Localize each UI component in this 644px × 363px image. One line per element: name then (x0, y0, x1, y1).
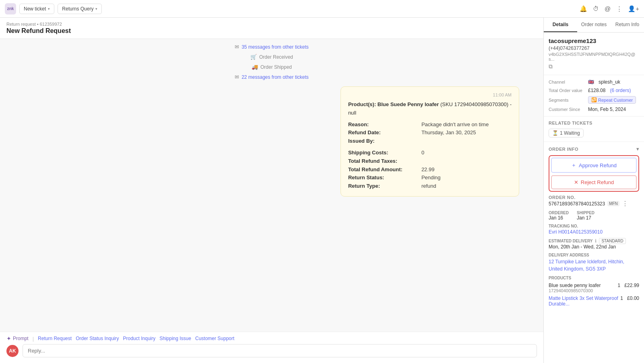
order-info-title: ORDER INFO (549, 147, 578, 152)
reply-area: AK (6, 344, 537, 361)
est-delivery-row: ESTIMATED DELIVERY ℹ STANDARD (549, 238, 639, 244)
add-user-icon[interactable]: 👤+ (628, 5, 639, 12)
field-shipping-costs: Shipping Costs: 0 (348, 149, 512, 157)
message-content: Product(s): Blue Suede Penny loafer (SKU… (348, 100, 512, 191)
mail-icon: ✉ (235, 44, 239, 50)
new-ticket-tab[interactable]: New ticket ▾ (19, 4, 54, 14)
product-2-title[interactable]: Matte Lipstick 3x Set Waterproof Durable… (549, 295, 620, 307)
products-section: PRODUCTS Blue suede penny loafer 1729404… (549, 276, 639, 307)
prompt-tag-shipping-issue[interactable]: Shipping Issue (159, 336, 191, 341)
product-1-sku: 172940400985070300 (549, 288, 618, 293)
total-order-label: Total Order value (549, 88, 585, 93)
segment-badge: 🔁 Repeat Customer (588, 96, 636, 104)
returns-query-label: Returns Query (62, 6, 93, 12)
reason-value: Package didn't arrive on time (421, 121, 512, 129)
clock-icon[interactable]: ⏱ (593, 5, 599, 12)
ordered-label: ORDERED (549, 211, 569, 215)
prompt-tag-customer-support[interactable]: Customer Support (195, 336, 234, 341)
order-mfn-badge: MFN (607, 201, 619, 206)
timeline-link-2[interactable]: 22 messages from other tickets (242, 74, 309, 80)
prompt-tag-return-request[interactable]: Return Request (38, 336, 72, 341)
product-name: Blue Suede Penny loafer (378, 101, 439, 107)
chevron-down-icon: ▾ (48, 7, 50, 11)
prompt-tag-order-status[interactable]: Order Status Inquiry (76, 336, 119, 341)
info-row-segments: Segments 🔁 Repeat Customer (549, 96, 639, 104)
channel-value: splesh_uk (599, 79, 620, 85)
alarm-icon[interactable]: 🔔 (580, 5, 587, 12)
reply-input[interactable] (23, 344, 537, 357)
waiting-label: 1 Waiting (560, 130, 580, 136)
product-1-qty: 1 (618, 283, 621, 288)
message-time: 11:00 AM (348, 92, 512, 97)
prompt-tag-product-inquiry[interactable]: Product Inquiry (123, 336, 156, 341)
sku-null: null (348, 110, 356, 116)
prompt-label[interactable]: ✦ Prompt (6, 335, 29, 342)
event-order-shipped: 🚚 Order Shipped (24, 64, 519, 70)
main-layout: Return request • 612359972 New Refund Re… (0, 18, 644, 363)
product-row-1: Blue suede penny loafer 1729404009850703… (549, 283, 639, 293)
tracking-value[interactable]: Evri H0014A0125359010 (549, 229, 639, 235)
timeline-item-2: ✉ 22 messages from other tickets (24, 74, 519, 80)
related-tickets-title: Related Tickets (549, 121, 639, 125)
segments-label: Segments (549, 98, 585, 103)
more-icon[interactable]: ⋮ (616, 5, 622, 12)
delivery-address-section: DELIVERY ADDRESS 12 Turnpike Lane Icklef… (549, 253, 639, 273)
total-amount-label: Total Refund Amount: (348, 166, 421, 174)
total-amount-value: 22.99 (421, 166, 512, 174)
segment-icon: 🔁 (591, 97, 597, 103)
est-delivery-label: ESTIMATED DELIVERY (549, 239, 592, 243)
reason-label: Reason: (348, 121, 421, 129)
approve-refund-button[interactable]: ＋ Approve Refund (551, 158, 637, 173)
field-total-amount: Total Refund Amount: 22.99 (348, 166, 512, 174)
collapse-icon[interactable]: ▾ (636, 146, 639, 152)
copy-icon[interactable]: ⧉ (549, 63, 553, 70)
dates-row: ORDERED Jan 16 SHIPPED Jan 17 (549, 211, 639, 221)
event-order-received: 🛒 Order Received (24, 54, 519, 60)
chevron-down-icon: ▾ (95, 7, 97, 11)
order-no-value: 576718936787840125323 (549, 201, 605, 207)
tracking-prefix: Evri (549, 229, 557, 235)
delivery-address-value[interactable]: 12 Turnpike Lane Ickleford, Hitchin, Uni… (549, 258, 639, 273)
field-reason: Reason: Package didn't arrive on time (348, 121, 512, 129)
customer-since-label: Customer Since (549, 107, 585, 112)
order-more-icon[interactable]: ⋮ (622, 200, 628, 207)
tab-return-info[interactable]: Return Info (611, 18, 644, 32)
reject-icon: ✕ (574, 179, 578, 185)
event-order-received-label: Order Received (259, 54, 293, 60)
field-refund-date: Refund Date: Thursday, Jan 30, 2025 (348, 129, 512, 137)
returns-query-tab[interactable]: Returns Query ▾ (58, 4, 102, 14)
product-2-qty-price: 1 £0.00 (620, 295, 639, 301)
shipped-label: SHIPPED (577, 211, 594, 215)
truck-icon: 🚚 (252, 64, 258, 70)
info-row-total-order: Total Order value £128.08 (6 orders) (549, 88, 639, 93)
waiting-badge[interactable]: ⏳ 1 Waiting (549, 129, 584, 137)
reject-refund-button[interactable]: ✕ Reject Refund (551, 175, 637, 189)
chat-area: ✉ 35 messages from other tickets 🛒 Order… (0, 39, 543, 332)
refund-date-value: Thursday, Jan 30, 2025 (421, 129, 512, 137)
estimated-delivery-section: ESTIMATED DELIVERY ℹ STANDARD Mon, 20th … (549, 238, 639, 250)
cart-icon: 🛒 (250, 54, 257, 60)
right-panel: Details Order notes Return Info tacosupr… (543, 18, 644, 363)
order-no-row: 576718936787840125323 MFN ⋮ (549, 200, 639, 207)
shipped-value: Jan 17 (577, 215, 594, 221)
field-return-type: Return Type: refund (348, 182, 512, 191)
tracking-number: H0014A0125359010 (558, 229, 603, 235)
tracking-label: TRACKING NO. (549, 224, 639, 228)
return-status-label: Return Status: (348, 174, 421, 182)
channel-label: Channel (549, 80, 585, 84)
issued-by-label: Issued By: (348, 137, 421, 146)
timeline-link-1[interactable]: 35 messages from other tickets (242, 44, 309, 50)
prompt-divider: | (33, 336, 34, 342)
at-icon[interactable]: @ (605, 5, 611, 12)
new-ticket-label: New ticket (24, 6, 46, 12)
order-no-label: ORDER NO. (549, 195, 639, 200)
total-order-link[interactable]: (6 orders) (610, 88, 631, 93)
tab-order-notes[interactable]: Order notes (577, 18, 611, 32)
customer-email: v4bG2XSHSSTlJFNMNPPMDlQRGH42Q@s... (549, 52, 639, 62)
ordered-block: ORDERED Jan 16 (549, 211, 569, 221)
tab-details[interactable]: Details (544, 18, 577, 32)
return-type-value: refund (421, 182, 512, 191)
hourglass-icon: ⏳ (552, 130, 558, 136)
mail-icon-2: ✉ (235, 74, 239, 80)
topbar-icons: 🔔 ⏱ @ ⋮ 👤+ (580, 5, 639, 12)
